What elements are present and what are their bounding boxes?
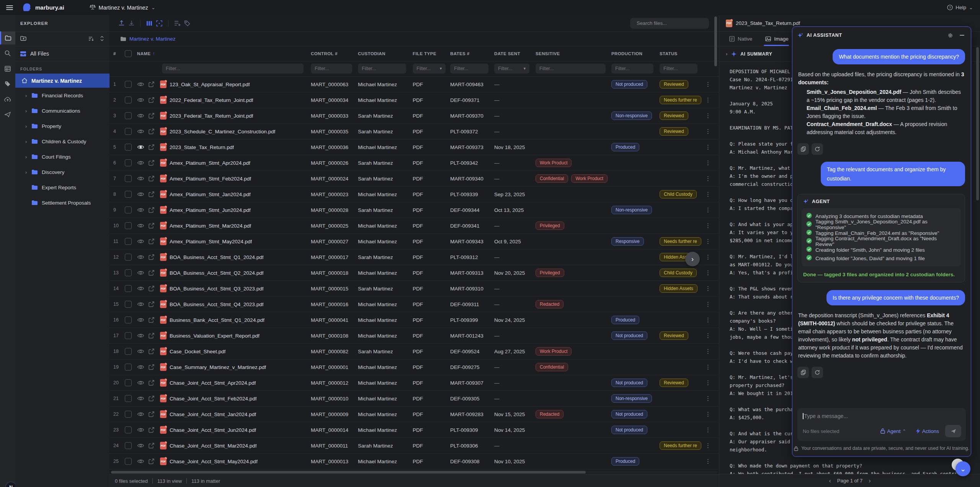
row-checkbox[interactable] xyxy=(125,112,132,119)
file-name[interactable]: Business_Valuation_Expert_Report.pdf xyxy=(170,333,260,339)
sort-folders-icon[interactable] xyxy=(88,36,94,43)
file-name[interactable]: 2023_Schedule_C_Martinez_Construction.pd… xyxy=(170,129,275,134)
open-external-icon[interactable] xyxy=(149,113,154,119)
open-external-icon[interactable] xyxy=(149,239,154,244)
chevron-right-icon[interactable]: › xyxy=(25,123,31,129)
scroll-to-bottom-button[interactable]: ⌄ xyxy=(956,461,970,476)
preview-eye-icon[interactable] xyxy=(137,459,144,464)
table-row[interactable]: 8PDFAmex_Platinum_Stmt_Jan2024.pdfMART_0… xyxy=(109,187,719,202)
select-all-checkbox[interactable] xyxy=(125,50,132,57)
row-checkbox[interactable] xyxy=(125,332,132,339)
filter-status[interactable] xyxy=(660,64,697,74)
column-header-prod[interactable]: PRODUCTION xyxy=(611,51,642,56)
row-checkbox[interactable] xyxy=(125,128,132,135)
sidebar-folder-item[interactable]: ›Communications xyxy=(15,103,109,118)
row-checkbox[interactable] xyxy=(125,458,132,465)
file-name[interactable]: BOA_Business_Acct_Stmt_Q4_2023.pdf xyxy=(170,302,263,307)
sidebar-folder-item[interactable]: ›Property xyxy=(15,118,109,134)
rail-folders-button[interactable] xyxy=(0,31,15,44)
row-menu-kebab[interactable]: ⋮ xyxy=(705,81,711,88)
row-menu-kebab[interactable]: ⋮ xyxy=(705,191,711,198)
row-menu-kebab[interactable]: ⋮ xyxy=(705,426,711,433)
row-checkbox[interactable] xyxy=(125,364,132,371)
table-row[interactable]: 6PDFAmex_Platinum_Stmt_Apr2024.pdfMART_0… xyxy=(109,155,719,171)
table-row[interactable]: 5PDF2023_State_Tax_Return.pdfMART_000003… xyxy=(109,139,719,155)
open-external-icon[interactable] xyxy=(149,380,154,386)
scroll-right-button[interactable]: › xyxy=(685,252,700,266)
row-checkbox[interactable] xyxy=(125,159,132,166)
tab-native[interactable]: Native xyxy=(729,32,752,46)
row-menu-kebab[interactable]: ⋮ xyxy=(705,332,711,339)
filter-input-date[interactable] xyxy=(497,66,521,72)
row-checkbox[interactable] xyxy=(125,348,132,355)
filter-prod[interactable] xyxy=(611,64,653,74)
row-menu-kebab[interactable]: ⋮ xyxy=(705,269,711,276)
filter-name[interactable] xyxy=(162,64,304,74)
file-name[interactable]: Business_Bank_Acct_Stmt_Q1_2024.pdf xyxy=(170,317,265,323)
row-menu-kebab[interactable]: ⋮ xyxy=(705,348,711,355)
columns-icon[interactable] xyxy=(144,18,154,28)
new-folder-icon[interactable] xyxy=(20,36,27,43)
vertical-scrollbar[interactable] xyxy=(714,16,717,66)
open-external-icon[interactable] xyxy=(149,270,154,276)
filter-control[interactable] xyxy=(311,64,352,74)
sidebar-folder-item[interactable]: Settlement Proposals xyxy=(15,195,109,210)
open-external-icon[interactable] xyxy=(149,207,154,213)
open-external-icon[interactable] xyxy=(149,129,154,134)
tag-icon[interactable] xyxy=(182,18,192,28)
open-external-icon[interactable] xyxy=(149,349,154,354)
open-external-icon[interactable] xyxy=(149,254,154,260)
preview-eye-icon[interactable] xyxy=(137,427,144,433)
sidebar-folder-item[interactable]: ›Discovery xyxy=(15,164,109,180)
rail-tag-button[interactable] xyxy=(0,77,15,90)
preview-eye-icon[interactable] xyxy=(137,317,144,323)
row-menu-kebab[interactable]: ⋮ xyxy=(705,159,711,166)
copy-button[interactable] xyxy=(797,367,809,378)
row-checkbox[interactable] xyxy=(125,238,132,245)
row-menu-kebab[interactable]: ⋮ xyxy=(705,222,711,229)
sidebar-item-case-root[interactable]: Martinez v. Martinez xyxy=(15,74,109,88)
rail-cloud-upload-button[interactable] xyxy=(0,93,15,106)
row-checkbox[interactable] xyxy=(125,81,132,88)
download-icon[interactable] xyxy=(126,18,136,28)
table-row[interactable]: 3PDF2023_Federal_Tax_Return_Joint.pdfMAR… xyxy=(109,108,719,124)
file-name[interactable]: Case_Docket_Sheet.pdf xyxy=(170,349,225,354)
regenerate-button[interactable] xyxy=(812,367,823,378)
user-avatar[interactable]: N xyxy=(5,482,16,487)
open-external-icon[interactable] xyxy=(149,192,154,197)
row-menu-kebab[interactable]: ⋮ xyxy=(705,175,711,182)
open-external-icon[interactable] xyxy=(149,412,154,417)
row-menu-kebab[interactable]: ⋮ xyxy=(705,301,711,308)
open-external-icon[interactable] xyxy=(149,333,154,339)
preview-eye-icon[interactable] xyxy=(137,254,144,260)
filter-input-prod[interactable] xyxy=(614,66,650,72)
filter-input-sens[interactable] xyxy=(539,66,603,72)
agent-mode-toggle[interactable]: Agent ⌃ xyxy=(880,428,906,434)
sidebar-folder-item[interactable]: ›Court Filings xyxy=(15,149,109,164)
preview-eye-icon[interactable] xyxy=(137,412,144,417)
horizontal-scrollbar[interactable] xyxy=(111,471,717,474)
chat-input[interactable]: Type a message... xyxy=(804,413,848,419)
filter-sens[interactable] xyxy=(536,64,606,74)
file-name[interactable]: Chase_Joint_Acct_Stmt_Apr2024.pdf xyxy=(170,380,256,386)
open-external-icon[interactable] xyxy=(149,302,154,307)
row-menu-kebab[interactable]: ⋮ xyxy=(705,97,711,103)
table-row[interactable]: 20PDFChase_Joint_Acct_Stmt_Apr2024.pdfMA… xyxy=(109,375,719,391)
preview-eye-icon[interactable] xyxy=(137,82,144,87)
row-menu-kebab[interactable]: ⋮ xyxy=(705,128,711,135)
table-row[interactable]: 4PDF2023_Schedule_C_Martinez_Constructio… xyxy=(109,124,719,139)
breadcrumb-folder-link[interactable]: Martinez v. Martinez xyxy=(129,36,176,42)
preview-eye-icon[interactable] xyxy=(137,380,144,385)
table-row[interactable]: 17PDFBusiness_Valuation_Expert_Report.pd… xyxy=(109,328,719,344)
row-menu-kebab[interactable]: ⋮ xyxy=(705,395,711,402)
chevron-right-icon[interactable]: › xyxy=(25,139,31,144)
filter-input-control[interactable] xyxy=(314,66,349,72)
row-checkbox[interactable] xyxy=(125,426,132,433)
file-name[interactable]: 123_Oak_St_Appraisal_Report.pdf xyxy=(170,82,250,87)
preview-eye-icon[interactable] xyxy=(137,97,144,103)
filter-input-bates[interactable] xyxy=(453,66,485,72)
column-header-custodian[interactable]: CUSTODIAN xyxy=(358,51,385,56)
preview-eye-icon[interactable] xyxy=(137,349,144,354)
table-row[interactable]: 25PDFChase_Joint_Acct_Stmt_May2024.pdfMA… xyxy=(109,454,719,469)
row-menu-kebab[interactable]: ⋮ xyxy=(705,207,711,213)
